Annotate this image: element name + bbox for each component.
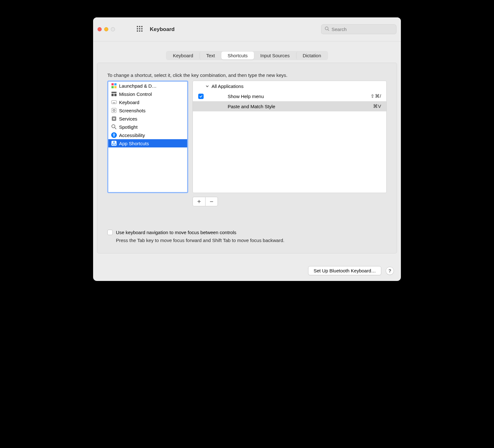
svg-rect-13 — [111, 86, 114, 88]
zoom-window-button — [111, 27, 115, 31]
tab-input-sources[interactable]: Input Sources — [254, 52, 296, 59]
shortcut-keys[interactable]: ⌘V — [373, 103, 381, 109]
svg-rect-12 — [114, 83, 117, 85]
shortcuts-pane: To change a shortcut, select it, click t… — [97, 63, 397, 253]
svg-rect-0 — [137, 26, 138, 27]
category-label: Keyboard — [119, 100, 139, 105]
keyboard-nav-hint: Press the Tab key to move focus forward … — [116, 238, 387, 243]
svg-rect-15 — [111, 92, 117, 93]
instruction-text: To change a shortcut, select it, click t… — [107, 72, 387, 78]
category-keyboard[interactable]: Keyboard — [108, 98, 187, 106]
mission-control-icon — [111, 91, 117, 97]
svg-rect-5 — [141, 28, 142, 29]
svg-point-31 — [114, 133, 115, 134]
category-label: App Shortcuts — [119, 141, 149, 146]
help-button[interactable]: ? — [386, 267, 394, 275]
app-shortcuts-icon — [111, 140, 117, 146]
window-title: Keyboard — [150, 26, 174, 33]
svg-rect-7 — [139, 30, 140, 32]
svg-point-28 — [112, 125, 115, 128]
titlebar: Keyboard — [93, 17, 401, 41]
tab-keyboard[interactable]: Keyboard — [167, 52, 200, 59]
accessibility-icon — [111, 132, 117, 138]
svg-rect-6 — [137, 30, 138, 32]
services-icon — [111, 115, 117, 122]
search-input[interactable] — [332, 27, 393, 32]
launchpad-icon — [111, 83, 117, 89]
category-label: Mission Control — [119, 91, 152, 97]
tab-shortcuts[interactable]: Shortcuts — [221, 52, 254, 59]
screenshots-icon — [111, 107, 117, 114]
traffic-lights — [98, 27, 115, 31]
category-label: Spotlight — [119, 124, 137, 130]
svg-rect-17 — [114, 94, 117, 96]
svg-rect-11 — [111, 83, 114, 85]
category-app-shortcuts[interactable]: App Shortcuts — [108, 139, 187, 147]
svg-rect-16 — [111, 94, 114, 96]
shortcut-row[interactable]: Paste and Match Style ⌘V — [193, 101, 386, 111]
shortcut-list[interactable]: All Applications Show Help menu ⇧⌘/ — [193, 81, 387, 193]
svg-rect-14 — [114, 86, 117, 88]
shortcut-keys[interactable]: ⇧⌘/ — [370, 93, 381, 99]
keyboard-icon — [111, 99, 117, 105]
help-icon: ? — [388, 268, 391, 273]
tab-dictation[interactable]: Dictation — [296, 52, 327, 59]
group-label: All Applications — [212, 84, 244, 89]
add-shortcut-button[interactable]: + — [193, 197, 205, 206]
svg-rect-18 — [111, 101, 117, 104]
plus-icon: + — [197, 198, 201, 205]
remove-shortcut-button[interactable]: − — [205, 197, 218, 206]
category-launchpad[interactable]: Launchpad & D… — [108, 82, 187, 90]
tab-text[interactable]: Text — [200, 52, 221, 59]
keyboard-nav-checkbox[interactable] — [107, 230, 113, 235]
category-mission-control[interactable]: Mission Control — [108, 90, 187, 98]
svg-point-9 — [325, 27, 328, 30]
svg-rect-4 — [139, 28, 140, 29]
close-window-button[interactable] — [98, 27, 102, 31]
category-label: Services — [119, 116, 137, 121]
category-spotlight[interactable]: Spotlight — [108, 123, 187, 131]
svg-point-25 — [113, 109, 115, 111]
category-label: Launchpad & D… — [119, 83, 156, 89]
chevron-down-icon — [206, 84, 209, 89]
shortcut-label: Paste and Match Style — [228, 104, 370, 109]
svg-point-27 — [113, 118, 115, 120]
svg-rect-2 — [141, 26, 142, 27]
shortcut-group-header[interactable]: All Applications — [193, 81, 386, 91]
svg-rect-3 — [137, 28, 138, 29]
category-label: Screenshots — [119, 108, 145, 113]
keyboard-nav-label: Use keyboard navigation to move focus be… — [116, 230, 236, 235]
preferences-window: Keyboard Keyboard Text Shortcuts Input S… — [93, 17, 401, 281]
setup-bluetooth-keyboard-button[interactable]: Set Up Bluetooth Keyboard… — [308, 266, 381, 275]
category-label: Accessibility — [119, 133, 145, 138]
minus-icon: − — [210, 198, 213, 205]
svg-line-29 — [115, 128, 116, 129]
svg-rect-1 — [139, 26, 140, 27]
svg-line-10 — [328, 29, 329, 31]
minimize-window-button[interactable] — [104, 27, 108, 31]
show-all-icon[interactable] — [136, 26, 143, 33]
category-screenshots[interactable]: Screenshots — [108, 106, 187, 115]
shortcut-row[interactable]: Show Help menu ⇧⌘/ — [193, 91, 386, 101]
category-list[interactable]: Launchpad & D… Mission Control Keyboard — [107, 81, 188, 193]
search-field[interactable] — [321, 24, 396, 34]
search-icon — [325, 26, 329, 32]
shortcut-checkbox[interactable] — [198, 94, 204, 99]
category-accessibility[interactable]: Accessibility — [108, 131, 187, 139]
category-services[interactable]: Services — [108, 115, 187, 123]
svg-rect-24 — [112, 108, 116, 113]
tab-bar: Keyboard Text Shortcuts Input Sources Di… — [166, 51, 328, 60]
shortcut-label: Show Help menu — [228, 94, 367, 99]
svg-rect-8 — [141, 30, 142, 32]
spotlight-icon — [111, 124, 117, 130]
